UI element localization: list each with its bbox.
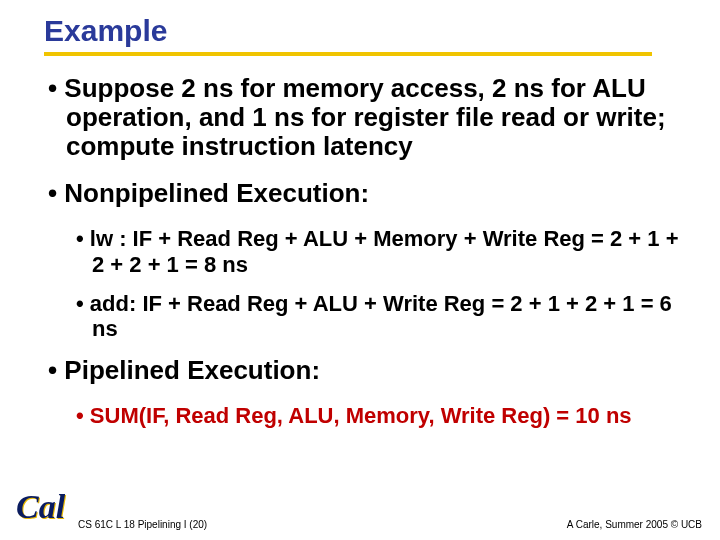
title-underline [44, 52, 652, 56]
bullet-intro: Suppose 2 ns for memory access, 2 ns for… [48, 74, 692, 161]
footer-attribution: A Carle, Summer 2005 © UCB [567, 519, 702, 532]
slide-body: Example Suppose 2 ns for memory access, … [0, 0, 720, 428]
slide-title: Example [44, 14, 692, 48]
bullet-pipelined-heading: Pipelined Execution: [48, 356, 692, 385]
cal-logo: Cal [14, 492, 70, 532]
footer-left-group: Cal CS 61C L 18 Pipelining I (20) [14, 492, 207, 532]
slide-footer: Cal CS 61C L 18 Pipelining I (20) A Carl… [0, 492, 720, 532]
bullet-lw: lw : IF + Read Reg + ALU + Memory + Writ… [76, 226, 692, 277]
footer-slide-id: CS 61C L 18 Pipelining I (20) [78, 519, 207, 532]
bullet-nonpipelined-heading: Nonpipelined Execution: [48, 179, 692, 208]
bullet-add: add: IF + Read Reg + ALU + Write Reg = 2… [76, 291, 692, 342]
bullet-sum: SUM(IF, Read Reg, ALU, Memory, Write Reg… [76, 403, 692, 428]
cal-logo-text: Cal [16, 488, 65, 526]
